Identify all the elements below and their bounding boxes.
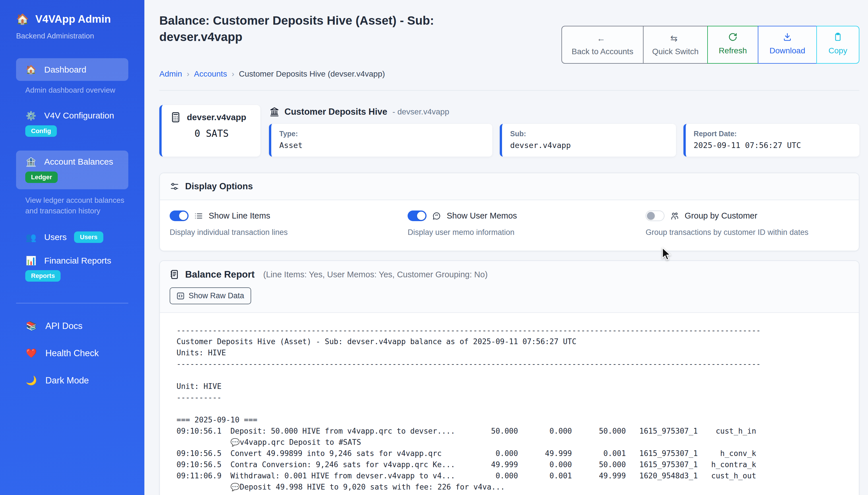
sidebar-item-label: Account Balances bbox=[44, 157, 113, 167]
show-user-memos-toggle[interactable] bbox=[408, 210, 427, 221]
show-user-memos-label: Show User Memos bbox=[447, 211, 517, 221]
sidebar-item-label: Health Check bbox=[45, 348, 99, 358]
dashboard-icon: 🏠 bbox=[25, 65, 37, 74]
sidebar-item-health-check[interactable]: ❤️ Health Check bbox=[16, 348, 128, 358]
report-date-value: 2025-09-11 07:56:27 UTC bbox=[694, 141, 851, 150]
sidebar-item-label: Users bbox=[44, 232, 67, 242]
copy-button[interactable]: Copy bbox=[816, 26, 859, 64]
type-value: Asset bbox=[279, 141, 484, 150]
bank-icon: 🏦 bbox=[25, 157, 37, 167]
sliders-icon bbox=[170, 182, 179, 191]
report-body: ----------------------------------------… bbox=[160, 313, 859, 495]
account-balance-card: devser.v4vapp 0 SATS bbox=[159, 105, 260, 157]
type-label: Type: bbox=[279, 130, 484, 138]
display-options-title: Display Options bbox=[185, 181, 253, 192]
sidebar-item-label: V4V Configuration bbox=[44, 111, 114, 120]
calculator-icon bbox=[170, 112, 181, 123]
sidebar-item-description: Admin dashboard overview bbox=[25, 85, 128, 96]
header-button-group: ← Back to Accounts ⇆ Quick Switch Refres… bbox=[561, 26, 859, 64]
clipboard-icon bbox=[833, 32, 842, 41]
group-by-customer-option: Group by Customer Group transactions by … bbox=[645, 210, 849, 237]
header-divider bbox=[159, 90, 859, 91]
list-icon bbox=[194, 212, 203, 220]
gear-icon: ⚙️ bbox=[25, 111, 37, 121]
breadcrumb-current: Customer Deposits Hive (devser.v4vapp) bbox=[239, 69, 385, 79]
show-user-memos-desc: Display user memo information bbox=[408, 228, 645, 237]
dark-mode-toggle[interactable]: 🌙 Dark Mode bbox=[16, 375, 128, 386]
report-date-card: Report Date: 2025-09-11 07:56:27 UTC bbox=[684, 124, 859, 157]
sidebar-item-dashboard[interactable]: 🏠 Dashboard bbox=[16, 58, 128, 81]
account-heading-sub: - devser.v4vapp bbox=[392, 107, 449, 116]
show-user-memos-option: Show User Memos Display user memo inform… bbox=[408, 210, 645, 237]
books-icon: 📚 bbox=[25, 321, 37, 331]
users-icon: 👥 bbox=[25, 232, 37, 242]
sub-value: devser.v4vapp bbox=[510, 141, 668, 150]
display-options-panel: Display Options Show Line Items Display … bbox=[159, 173, 859, 251]
sidebar-item-account-balances[interactable]: 🏦 Account Balances Ledger bbox=[16, 151, 128, 189]
show-raw-data-label: Show Raw Data bbox=[189, 291, 244, 300]
users-badge: Users bbox=[74, 232, 103, 243]
account-summary: devser.v4vapp 0 SATS Customer Deposits H… bbox=[159, 105, 859, 157]
app-title: V4VApp Admin bbox=[35, 13, 111, 25]
code-icon bbox=[177, 292, 184, 300]
bar-chart-icon: 📊 bbox=[25, 256, 37, 266]
copy-label: Copy bbox=[829, 45, 847, 57]
balance-report-subtitle: (Line Items: Yes, User Memos: Yes, Custo… bbox=[263, 270, 488, 279]
house-icon: 🏠 bbox=[16, 13, 29, 25]
back-to-accounts-button[interactable]: ← Back to Accounts bbox=[561, 26, 643, 64]
show-line-items-label: Show Line Items bbox=[209, 211, 270, 221]
quick-switch-button[interactable]: ⇆ Quick Switch bbox=[643, 26, 708, 64]
page-title: Balance: Customer Deposits Hive (Asset) … bbox=[159, 13, 469, 45]
sidebar-item-label: Dashboard bbox=[44, 65, 86, 74]
account-name: devser.v4vapp bbox=[187, 113, 246, 122]
app-subtitle: Backend Administration bbox=[16, 32, 128, 40]
breadcrumb-admin-link[interactable]: Admin bbox=[159, 69, 182, 79]
account-balance-value: 0 SATS bbox=[170, 128, 253, 139]
sidebar-item-description: View ledger account balances and transac… bbox=[25, 195, 128, 217]
reports-badge: Reports bbox=[25, 270, 61, 281]
download-label: Download bbox=[770, 45, 805, 57]
sub-label: Sub: bbox=[510, 130, 668, 138]
sidebar-item-label: API Docs bbox=[45, 321, 82, 331]
account-heading: Customer Deposits Hive - devser.v4vapp bbox=[269, 107, 859, 117]
sidebar-item-label: Financial Reports bbox=[44, 256, 111, 266]
sidebar: 🏠 V4VApp Admin Backend Administration 🏠 … bbox=[0, 0, 144, 495]
main-content: Balance: Customer Deposits Hive (Asset) … bbox=[144, 0, 868, 495]
quick-switch-label: Quick Switch bbox=[652, 45, 699, 58]
user-group-icon bbox=[670, 212, 679, 220]
app-logo: 🏠 V4VApp Admin bbox=[16, 13, 128, 25]
landmark-icon bbox=[269, 107, 279, 117]
breadcrumb: Admin › Accounts › Customer Deposits Hiv… bbox=[159, 69, 859, 79]
sidebar-item-financial-reports[interactable]: 📊 Financial Reports Reports bbox=[16, 249, 128, 288]
breadcrumb-separator: › bbox=[232, 69, 234, 79]
show-line-items-desc: Display individual transaction lines bbox=[170, 228, 408, 237]
sidebar-divider bbox=[16, 303, 128, 303]
sidebar-item-api-docs[interactable]: 📚 API Docs bbox=[16, 321, 128, 331]
download-button[interactable]: Download bbox=[758, 26, 817, 64]
speech-bubble-icon bbox=[432, 212, 441, 220]
arrow-left-icon: ← bbox=[597, 32, 605, 45]
notepad-icon bbox=[170, 270, 179, 279]
report-text: ----------------------------------------… bbox=[177, 325, 859, 495]
show-line-items-toggle[interactable] bbox=[170, 210, 189, 221]
sidebar-nav: 🏠 Dashboard Admin dashboard overview ⚙️ … bbox=[16, 58, 128, 288]
show-raw-data-button[interactable]: Show Raw Data bbox=[170, 287, 251, 304]
group-by-customer-desc: Group transactions by customer ID within… bbox=[645, 228, 849, 237]
heart-icon: ❤️ bbox=[25, 348, 37, 358]
group-by-customer-toggle[interactable] bbox=[645, 210, 665, 221]
show-line-items-option: Show Line Items Display individual trans… bbox=[170, 210, 408, 237]
download-icon bbox=[783, 32, 792, 41]
report-date-label: Report Date: bbox=[694, 130, 851, 138]
balance-report-panel: Balance Report (Line Items: Yes, User Me… bbox=[159, 260, 859, 495]
sub-card: Sub: devser.v4vapp bbox=[500, 124, 676, 157]
refresh-icon bbox=[728, 32, 737, 41]
refresh-button[interactable]: Refresh bbox=[707, 26, 758, 64]
back-button-label: Back to Accounts bbox=[572, 45, 634, 58]
swap-arrows-icon: ⇆ bbox=[670, 32, 677, 45]
group-by-customer-label: Group by Customer bbox=[685, 211, 757, 221]
sidebar-item-users[interactable]: 👥 Users Users bbox=[16, 225, 128, 249]
type-card: Type: Asset bbox=[269, 124, 492, 157]
config-badge: Config bbox=[25, 125, 57, 137]
sidebar-item-configuration[interactable]: ⚙️ V4V Configuration Config bbox=[16, 104, 128, 143]
breadcrumb-accounts-link[interactable]: Accounts bbox=[194, 69, 227, 79]
